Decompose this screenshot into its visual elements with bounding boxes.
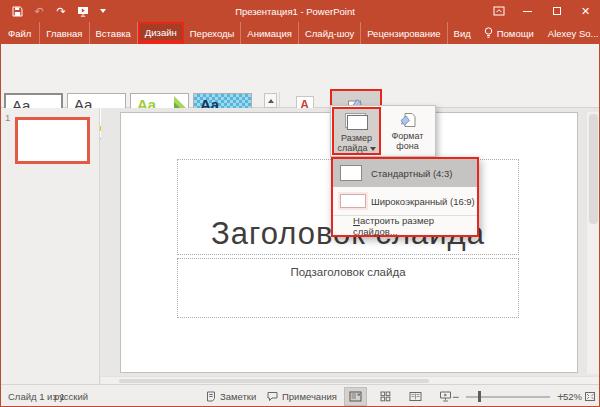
slide-sorter-view-button[interactable] [374,387,397,406]
tabs-right-group: Помощи Alexey So... Общий доступ [477,22,600,44]
redo-icon[interactable]: ↷ [54,3,68,19]
normal-view-button[interactable] [344,387,367,406]
gallery-scroll-up-button[interactable] [264,93,277,108]
menu-item-widescreen-16-9[interactable]: Широкоэкранный (16:9) [333,187,477,215]
subtitle-placeholder[interactable]: Подзаголовок слайда [177,258,519,318]
customize-dropdown-panel: Размер слайда Формат фона [330,105,436,157]
format-background-icon [399,111,417,129]
comment-bubble-icon [267,391,278,402]
reading-view-button[interactable] [404,387,427,406]
tab-design[interactable]: Дизайн [138,22,184,44]
view-switcher [344,387,457,406]
main-area: 1 Заголовок слайда Подзаголовок слайда [0,108,600,384]
tab-transitions[interactable]: Переходы [184,22,242,44]
slide-sorter-icon [380,391,391,402]
powerpoint-window: ↶ ↷ Презентация1 - PowerPoint ✕ Файл Гла… [0,0,600,407]
lightbulb-icon [484,27,493,39]
horizontal-scrollbar-thumb[interactable] [119,379,429,383]
slide-size-button[interactable]: Размер слайда [332,107,381,155]
fit-slide-icon [584,391,596,402]
quick-access-toolbar: ↶ ↷ [0,3,106,19]
slide-number: 1 [5,112,10,123]
reading-view-icon [409,391,422,402]
minimize-button[interactable] [513,0,542,22]
slide-size-icon [345,113,369,131]
format-background-button[interactable]: Формат фона [383,107,432,155]
vertical-scrollbar-thumb[interactable] [589,114,598,224]
slide-size-menu: Стандартный (4:3) Широкоэкранный (16:9) … [331,157,479,237]
window-title: Презентация1 - PowerPoint [106,6,484,17]
menu-item-standard-4-3[interactable]: Стандартный (4:3) [333,159,477,187]
zoom-slider[interactable] [466,396,550,398]
comments-toggle[interactable]: Примечания [267,385,337,407]
undo-icon[interactable]: ↶ [32,3,46,19]
tab-review[interactable]: Рецензирование [361,22,447,44]
window-controls: ✕ [484,0,600,22]
zoom-percentage[interactable]: 52% [563,385,582,407]
account-name[interactable]: Alexey So... [541,22,600,44]
tab-file[interactable]: Файл [0,22,40,44]
slide-thumbnails-panel: 1 [0,108,100,384]
ribbon-display-options-button[interactable] [484,0,513,22]
tab-insert[interactable]: Вставка [90,22,138,44]
widescreen-ratio-icon [340,194,366,208]
language-indicator[interactable]: русский [54,385,88,407]
standard-ratio-icon [340,165,362,181]
slide-1-thumbnail[interactable] [15,117,90,164]
tab-view[interactable]: Вид [448,22,477,44]
title-bar: ↶ ↷ Презентация1 - PowerPoint ✕ [0,0,600,22]
normal-view-icon [349,391,362,402]
ribbon-design: Aa Aa Aa Aa [0,44,600,108]
status-bar: Слайд 1 из 1 русский Заметки Примечания [0,384,600,407]
vertical-scrollbar[interactable] [587,112,600,374]
start-slideshow-icon[interactable] [76,3,90,19]
menu-item-custom-slide-size[interactable]: Настроить размер слайдов... [333,215,477,235]
zoom-controls: − + [452,385,564,407]
zoom-out-button[interactable]: − [452,390,459,404]
tab-home[interactable]: Главная [40,22,89,44]
close-button[interactable]: ✕ [571,0,600,22]
tab-animations[interactable]: Анимация [241,22,299,44]
chevron-down-icon [370,147,376,151]
maximize-button[interactable] [542,0,571,22]
save-icon[interactable] [10,3,24,19]
tell-me-help[interactable]: Помощи [477,22,541,44]
horizontal-scrollbar[interactable] [101,376,600,384]
notes-icon [206,391,216,402]
zoom-slider-thumb[interactable] [478,391,481,402]
fit-to-window-button[interactable] [584,385,596,407]
notes-toggle[interactable]: Заметки [206,385,256,407]
tab-slideshow[interactable]: Слайд-шоу [299,22,361,44]
slideshow-icon [439,391,452,402]
ribbon-tabs: Файл Главная Вставка Дизайн Переходы Ани… [0,22,600,44]
